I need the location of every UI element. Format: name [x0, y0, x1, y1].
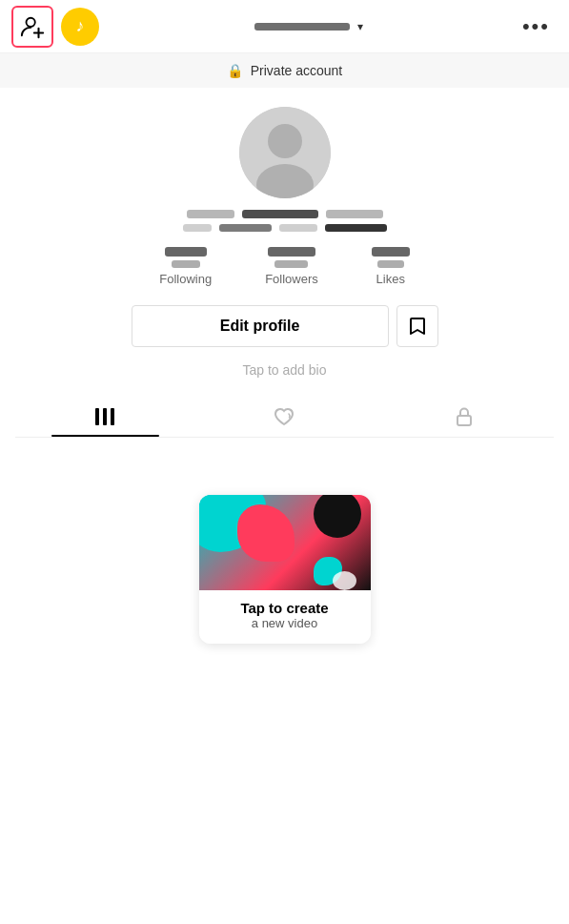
bio-placeholder[interactable]: Tap to add bio: [243, 362, 327, 378]
create-card-subtitle: a new video: [211, 616, 359, 630]
following-label: Following: [159, 272, 212, 286]
edit-profile-button[interactable]: Edit profile: [132, 305, 389, 347]
dropdown-icon[interactable]: ▾: [357, 20, 363, 33]
header-username-area: ▾: [103, 20, 515, 33]
followers-label: Followers: [265, 272, 318, 286]
svg-rect-6: [95, 408, 99, 425]
profile-section: Following Followers Likes Edit profile T…: [0, 88, 569, 438]
likes-num-bar-1: [372, 247, 410, 257]
private-account-banner: 🔒 Private account: [0, 53, 569, 88]
username-row-1: [187, 210, 383, 218]
bookmark-button[interactable]: [396, 305, 438, 347]
followers-num-bar-2: [274, 260, 308, 268]
username-blur-5: [219, 224, 272, 232]
add-user-icon: [20, 14, 45, 39]
username-bars: [254, 23, 350, 31]
username-blur-6: [279, 224, 317, 232]
likes-stat[interactable]: Likes: [345, 247, 437, 286]
username-blur-2: [242, 210, 318, 218]
tiktok-logo-button[interactable]: ♪: [61, 8, 99, 46]
avatar-silhouette: [239, 107, 331, 198]
create-card-title: Tap to create: [211, 600, 359, 616]
likes-num-bar-2: [377, 260, 404, 268]
username-blur-7: [325, 224, 387, 232]
username-area: [183, 210, 387, 232]
more-options-button[interactable]: •••: [515, 10, 558, 43]
private-account-text: Private account: [251, 63, 343, 78]
tab-videos[interactable]: [15, 393, 194, 437]
bookmark-icon: [407, 316, 428, 337]
username-row-2: [183, 224, 387, 232]
following-stat[interactable]: Following: [132, 247, 238, 286]
content-area: Tap to create a new video: [0, 438, 569, 682]
create-video-card[interactable]: Tap to create a new video: [199, 495, 371, 644]
videos-tab-icon: [92, 404, 117, 429]
blob-5: [333, 571, 356, 590]
profile-buttons-row: Edit profile: [15, 305, 554, 347]
svg-point-0: [27, 17, 35, 26]
followers-stat[interactable]: Followers: [238, 247, 345, 286]
private-tab-icon: [452, 404, 477, 429]
stats-row: Following Followers Likes: [15, 247, 554, 286]
private-lock-icon: 🔒: [227, 63, 243, 78]
username-blur-4: [183, 224, 212, 232]
username-bar-1: [254, 23, 350, 31]
followers-num-bar-1: [268, 247, 315, 257]
tab-liked[interactable]: [194, 393, 374, 437]
tab-private[interactable]: [375, 393, 554, 437]
following-number-area: [165, 247, 207, 268]
svg-rect-8: [111, 408, 114, 425]
avatar: [239, 107, 331, 198]
header: ♪ ▾ •••: [0, 0, 569, 53]
likes-label: Likes: [376, 272, 405, 286]
card-top-graphic: [199, 495, 371, 590]
tabs-row: [15, 393, 554, 438]
blob-3: [314, 495, 361, 538]
username-blur-3: [326, 210, 383, 218]
following-num-bar-2: [172, 260, 200, 268]
add-user-button[interactable]: [11, 6, 53, 48]
svg-point-4: [268, 124, 302, 158]
blob-2: [237, 504, 295, 562]
card-bottom-text: Tap to create a new video: [199, 590, 371, 644]
following-num-bar-1: [165, 247, 207, 257]
followers-number-area: [268, 247, 315, 268]
likes-number-area: [372, 247, 410, 268]
svg-rect-7: [103, 408, 107, 425]
tiktok-icon: ♪: [76, 16, 85, 36]
username-blur-1: [187, 210, 234, 218]
liked-tab-icon: [272, 404, 296, 429]
svg-rect-9: [457, 416, 471, 425]
